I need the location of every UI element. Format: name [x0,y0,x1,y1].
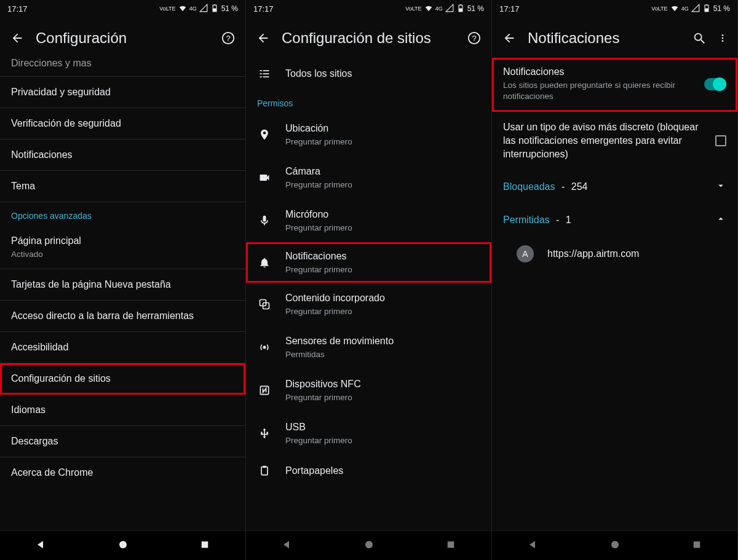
perm-notificaciones[interactable]: NotificacionesPreguntar primero [246,242,491,283]
more-icon[interactable] [718,31,728,45]
status-battery: 51 % [467,4,484,13]
settings-item-acceso-directo[interactable]: Acceso directo a la barra de herramienta… [0,301,245,332]
perm-camara[interactable]: CámaraPreguntar primero [246,156,491,199]
help-icon[interactable]: ? [221,31,236,45]
status-volte: VoLTE [651,6,667,12]
blocked-section[interactable]: Bloqueadas - 254 [492,170,737,203]
perm-ubicacion[interactable]: UbicaciónPreguntar primero [246,113,491,156]
header: Notificaciones [492,17,737,58]
svg-rect-13 [459,4,461,5]
wifi-icon [670,4,679,14]
nav-back-icon[interactable] [282,539,293,553]
nav-back-icon[interactable] [36,539,47,553]
battery-icon [702,4,711,14]
list-icon [257,68,272,80]
status-time: 17:17 [7,4,28,14]
settings-item-configuracion-sitios[interactable]: Configuración de sitios [0,363,245,395]
battery-icon [456,4,465,14]
settings-list: Direcciones y mas Privacidad y seguridad… [0,58,245,530]
back-icon[interactable] [502,31,517,45]
back-icon[interactable] [256,31,271,45]
permissions-list: Todos los sitios Permisos UbicaciónPregu… [246,58,491,530]
status-volte: VoLTE [405,6,421,12]
settings-item-accesibilidad[interactable]: Accesibilidad [0,332,245,363]
settings-item-tarjetas[interactable]: Tarjetas de la página Nueva pestaña [0,269,245,301]
allowed-site-row[interactable]: A https://app.airtm.com [492,237,737,271]
settings-item-pagina-principal[interactable]: Página principalActivado [0,226,245,269]
status-volte: VoLTE [159,6,175,12]
svg-rect-17 [263,70,269,71]
svg-rect-26 [261,467,268,475]
signal-icon [199,4,208,14]
svg-rect-41 [693,541,700,548]
notifications-settings: Notificaciones Los sitios pueden pregunt… [492,58,737,530]
svg-rect-18 [260,73,262,74]
notifications-master-toggle[interactable]: Notificaciones Los sitios pueden pregunt… [492,58,737,112]
chevron-down-icon [715,180,726,194]
svg-point-7 [119,541,127,548]
signal-icon [445,4,454,14]
toggle-switch-on[interactable] [704,78,726,90]
mic-icon [257,215,272,227]
settings-item-privacidad[interactable]: Privacidad y seguridad [0,77,245,108]
page-title: Configuración [36,30,210,47]
nav-back-icon[interactable] [528,539,539,553]
section-opciones-avanzadas: Opciones avanzadas [0,202,245,226]
checkbox-unchecked[interactable] [715,135,726,146]
bell-icon [257,256,272,269]
item-todos-sitios[interactable]: Todos los sitios [246,58,491,90]
perm-sensores[interactable]: Sensores de movimientoPermitidas [246,326,491,369]
perm-portapapeles[interactable]: Portapapeles [246,455,491,479]
svg-rect-19 [263,73,269,74]
quiet-notifications-checkbox[interactable]: Usar un tipo de aviso más discreto (bloq… [492,112,737,170]
svg-point-35 [695,34,702,41]
sensor-icon [257,341,272,353]
location-icon [257,128,272,141]
perm-contenido[interactable]: Contenido incorporadoPreguntar primero [246,283,491,326]
nav-home-icon[interactable] [363,539,375,553]
status-bar: 17:17 VoLTE 4G 51 % [0,0,245,17]
status-bar: 17:17 VoLTE 4G 51 % [246,0,491,17]
allowed-section[interactable]: Permitidas - 1 [492,203,737,237]
settings-item-notificaciones[interactable]: Notificaciones [0,140,245,171]
settings-item-idiomas[interactable]: Idiomas [0,395,245,426]
nav-home-icon[interactable] [117,539,129,553]
status-battery: 51 % [221,4,238,13]
signal-icon [691,4,700,14]
svg-rect-4 [213,4,215,5]
usb-icon [257,427,272,440]
back-icon[interactable] [10,31,25,45]
nfc-icon [257,384,272,396]
svg-rect-16 [260,70,262,71]
settings-item-descargas[interactable]: Descargas [0,426,245,457]
svg-line-36 [701,40,705,44]
nav-recent-icon[interactable] [199,539,210,553]
status-4g: 4G [681,6,689,12]
perm-usb[interactable]: USBPreguntar primero [246,412,491,455]
nav-bar [246,530,491,560]
clipboard-icon [257,465,272,477]
search-icon[interactable] [692,31,707,45]
settings-item-direcciones[interactable]: Direcciones y mas [0,58,245,77]
wifi-icon [178,4,187,14]
svg-point-28 [365,541,373,548]
nav-home-icon[interactable] [609,539,621,553]
nav-recent-icon[interactable] [445,539,456,553]
site-favicon: A [517,245,534,262]
nav-recent-icon[interactable] [691,539,702,553]
svg-rect-20 [260,76,262,77]
help-icon[interactable]: ? [467,31,482,45]
settings-item-acerca[interactable]: Acerca de Chrome [0,457,245,488]
svg-rect-29 [447,541,454,548]
svg-text:?: ? [226,34,230,43]
screen-configuracion-sitios: 17:17 VoLTE 4G 51 % Configuración de sit… [246,0,492,560]
perm-microfono[interactable]: MicrófonoPreguntar primero [246,199,491,242]
embed-icon [257,298,272,310]
svg-rect-12 [459,8,462,11]
camera-icon [257,172,272,184]
settings-item-verificacion[interactable]: Verificación de seguridad [0,108,245,140]
status-bar: 17:17 VoLTE 4G 51 % [492,0,737,17]
svg-text:?: ? [472,34,476,43]
settings-item-tema[interactable]: Tema [0,171,245,202]
perm-nfc[interactable]: Dispositivos NFCPreguntar primero [246,369,491,412]
